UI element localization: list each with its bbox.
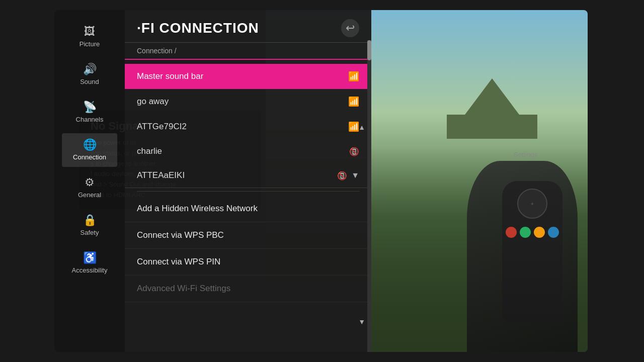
sidebar-label-accessibility: Accessibility [72,266,108,274]
main-panel: ·FI CONNECTION ↩ Connection / ▲ Master s… [125,10,371,352]
connection-icon: 🌐 [83,139,97,150]
chevron-down-icon: ▼ [351,171,359,180]
general-icon: ⚙ [85,177,95,188]
accessibility-icon: ♿ [83,252,97,263]
network-name-master-sound-bar: Master sound bar [137,71,203,81]
sidebar-label-sound: Sound [80,78,99,85]
scroll-thumb[interactable] [367,40,371,60]
separator-1 [137,191,359,192]
network-list: ▲ Master sound bar 📶 go away 📶 ATTGe79CI… [125,60,371,187]
network-item-go-away[interactable]: go away 📶 [125,89,371,114]
sidebar-item-picture[interactable]: 🖼 Picture [62,20,117,54]
scroll-down-arrow[interactable]: ▼ [358,318,365,326]
sidebar-label-safety: Safety [80,229,99,236]
network-item-atteaaeiki[interactable]: ATTEAaEIKI 📵 ▼ [125,163,371,188]
wifi-strong-icon-1: 📶 [348,96,359,107]
network-name-atteaaeiki: ATTEAaEIKI [137,170,185,180]
channels-icon: 📡 [83,102,97,113]
wifi-weak-icon-4: 📵 [337,171,347,180]
wifi-strong-icon-0: 📶 [348,71,359,82]
wifi-weak-icon-3: 📵 [349,147,359,156]
back-button[interactable]: ↩ [341,19,359,37]
network-item-charlie[interactable]: charlie 📵 [125,139,371,163]
option-connect-wps-pin[interactable]: Connect via WPS PIN [125,249,371,276]
network-name-go-away: go away [137,97,169,107]
sidebar: 🖼 Picture 🔊 Sound 📡 Channels 🌐 Connectio… [54,10,125,352]
mountain-graphic [447,78,537,139]
picture-icon: 🖼 [84,26,95,37]
settings-hint: Settings [514,151,537,158]
sidebar-item-general[interactable]: ⚙ General [62,171,117,205]
sound-icon: 🔊 [83,64,97,75]
sidebar-item-accessibility[interactable]: ♿ Accessibility [62,246,117,280]
sidebar-item-channels[interactable]: 📡 Channels [62,96,117,129]
option-connect-wps-pbc[interactable]: Connect via WPS PBC [125,222,371,249]
network-item-attge79ci2[interactable]: ATTGe79CI2 📶 [125,114,371,139]
option-advanced-wifi[interactable]: Advanced Wi-Fi Settings [125,276,371,302]
tv-screen: No Signal the power of th tion status, o… [54,10,588,352]
panel-title: ·FI CONNECTION [137,20,259,36]
sidebar-item-connection[interactable]: 🌐 Connection [62,133,117,167]
sidebar-label-connection: Connection [73,153,106,161]
scroll-track[interactable] [367,40,371,352]
sidebar-item-safety[interactable]: 🔒 Safety [62,209,117,242]
network-name-charlie: charlie [137,146,162,156]
sidebar-item-sound[interactable]: 🔊 Sound [62,58,117,92]
safety-icon: 🔒 [83,215,97,226]
wifi-strong-icon-2: 📶 [348,121,359,132]
panel-header: ·FI CONNECTION ↩ [125,10,371,43]
option-add-hidden[interactable]: Add a Hidden Wireless Network [125,196,371,222]
sidebar-label-channels: Channels [76,116,104,123]
sidebar-label-general: General [78,191,101,199]
network-name-attge79ci2: ATTGe79CI2 [137,122,187,132]
breadcrumb: Connection / [125,43,371,60]
sidebar-label-picture: Picture [79,40,100,48]
network-item-master-sound-bar[interactable]: Master sound bar 📶 [125,64,371,89]
